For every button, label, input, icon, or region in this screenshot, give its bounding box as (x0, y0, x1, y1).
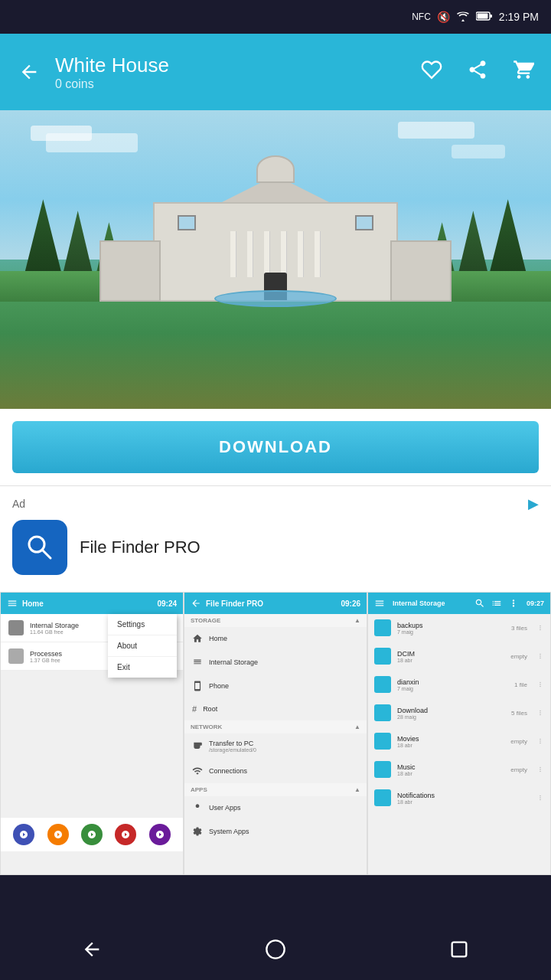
ss1-settings: Settings (108, 614, 177, 635)
ss3-file-info-2: DCIM 18 abr (397, 650, 415, 663)
title-section: White House 0 coins (55, 54, 407, 91)
column (247, 231, 253, 277)
ss2-nav-phone: Phone (184, 675, 367, 698)
top-bar-actions (416, 54, 539, 90)
bottom-nav (0, 919, 551, 980)
ss1-item-info2: Processes 1.37 GB free (30, 650, 62, 663)
wifi-icon (456, 11, 470, 24)
share-button[interactable] (462, 54, 493, 90)
column (230, 231, 236, 277)
mute-icon: 🔇 (437, 11, 450, 23)
ss2-nav-userapps: User Apps (184, 796, 367, 820)
ss2-network-header: NETWORK▲ (184, 720, 367, 733)
ss3-file-count-6: empty (510, 766, 527, 773)
ss2-nav-transfer: Transfer to PC /storage/emulated/0 (184, 733, 367, 760)
ss3-actions (474, 598, 519, 609)
ss3-folder-icon-7 (374, 789, 391, 806)
ss1-title: Home (22, 599, 44, 608)
ss3-file-count-3: 1 file (514, 681, 527, 688)
column (264, 231, 270, 277)
coins-label: 0 coins (55, 77, 407, 91)
ss3-time: 09:27 (527, 599, 544, 607)
ss1-btn-4 (115, 824, 136, 845)
system-back-button[interactable] (69, 930, 115, 969)
fountain-pool (214, 290, 337, 307)
column (315, 231, 321, 277)
ss1-exit: Exit (108, 657, 177, 678)
ss2-nav-connections: Connections (184, 760, 367, 783)
ss1-about: About (108, 635, 177, 657)
ss3-file-count-4: 5 files (511, 710, 527, 717)
ss1-btn-1 (13, 824, 34, 845)
svg-rect-2 (490, 15, 492, 18)
ad-label: Ad (12, 498, 25, 510)
ss3-folder-icon-2 (374, 648, 391, 665)
cloud-2 (46, 133, 138, 152)
download-section: DOWNLOAD (0, 409, 551, 485)
battery-icon (476, 11, 493, 24)
ss1-dropdown: Settings About Exit (108, 614, 177, 678)
ss3-file-info-7: Notifications 18 abr (397, 792, 435, 805)
wh-main-body (153, 202, 398, 302)
ss3-file-count-2: empty (510, 653, 527, 660)
ss2-nav-systemapps: System Apps (184, 820, 367, 844)
download-button[interactable]: DOWNLOAD (12, 421, 539, 473)
ss3-title: Internal Storage (393, 599, 445, 607)
ss3-file-download: Download 28 maig 5 files (368, 699, 550, 727)
ss3-file-backups: backups 7 maig 3 files (368, 614, 550, 642)
status-time: 2:19 PM (499, 11, 539, 23)
cart-button[interactable] (508, 54, 539, 90)
hero-image (0, 110, 551, 409)
ad-header: Ad ▶ (12, 495, 539, 512)
status-bar: NFC 🔇 2:19 PM (0, 0, 551, 34)
svg-point-5 (266, 940, 284, 958)
favorite-button[interactable] (416, 54, 447, 90)
ss3-folder-icon-4 (374, 704, 391, 721)
ss3-file-dianxin: dianxin 7 maig 1 file (368, 671, 550, 699)
ss2-topbar: File Finder PRO 09:26 (184, 593, 367, 614)
svg-rect-1 (477, 13, 487, 18)
ss3-folder-icon-3 (374, 676, 391, 693)
system-home-button[interactable] (253, 930, 298, 969)
wh-window-2 (355, 215, 373, 230)
ss1-bottom-row (1, 817, 183, 851)
ss3-file-info-1: backups 7 maig (397, 622, 423, 635)
back-button[interactable] (12, 55, 46, 89)
app-name: File Finder PRO (80, 537, 201, 557)
ss1-btn-3 (81, 824, 103, 845)
svg-line-4 (42, 550, 51, 558)
ss3-folder-icon-1 (374, 619, 391, 636)
ss1-topbar: Home 09:24 (1, 593, 183, 614)
ad-section: Ad ▶ File Finder PRO (0, 485, 551, 592)
ss3-file-music: Music 18 abr empty (368, 756, 550, 784)
ss1-item-info: Internal Storage 11.64 GB free (30, 622, 79, 635)
ss2-nav-internal: Internal Storage (184, 651, 367, 675)
ss1-btn-5 (149, 824, 171, 845)
ss1-item-icon-2 (8, 648, 24, 664)
ad-app-row[interactable]: File Finder PRO (12, 520, 539, 575)
ss3-file-info-4: Download 28 maig (397, 707, 428, 720)
ad-indicator-icon: ▶ (528, 495, 539, 512)
ss3-file-count-1: 3 files (511, 625, 527, 632)
ss2-time: 09:26 (341, 599, 360, 608)
app-icon (12, 520, 67, 575)
wh-columns (230, 231, 321, 277)
ss2-title: File Finder PRO (206, 599, 263, 608)
ss1-time: 09:24 (157, 599, 177, 608)
system-recents-button[interactable] (436, 930, 482, 969)
column (281, 231, 287, 277)
ss3-file-dcim: DCIM 18 abr empty (368, 642, 550, 671)
cloud-3 (398, 122, 474, 139)
ss3-folder-icon-5 (374, 733, 391, 750)
cloud-4 (452, 145, 505, 158)
ss3-file-count-5: empty (510, 738, 527, 745)
svg-rect-6 (452, 942, 467, 957)
column (298, 231, 304, 277)
wh-dome (256, 155, 295, 183)
ss2-apps-header: APPS▲ (184, 783, 367, 796)
ss3-topbar: Internal Storage 09:27 (368, 593, 550, 614)
ss3-file-info-6: Music 18 abr (397, 763, 416, 776)
screenshots-row: Home 09:24 Settings About Exit Internal … (0, 592, 551, 875)
ss3-file-info-5: Movies 18 abr (397, 735, 419, 748)
ss2-storage-header: STORAGE▲ (184, 614, 367, 627)
